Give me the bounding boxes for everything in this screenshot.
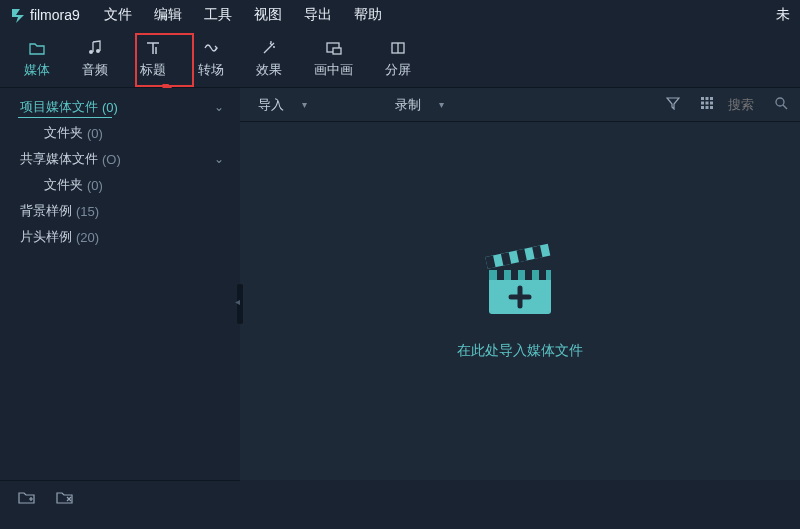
svg-point-1 [96, 49, 100, 53]
search-input[interactable] [728, 97, 768, 112]
svg-rect-10 [701, 102, 704, 105]
tree-count: (O) [102, 152, 121, 167]
app-name: filmora9 [30, 7, 80, 23]
svg-rect-12 [710, 102, 713, 105]
delete-folder-icon[interactable] [56, 489, 74, 509]
main-menu: 文件 编辑 工具 视图 导出 帮助 [104, 6, 382, 24]
svg-point-0 [89, 50, 93, 54]
svg-rect-14 [706, 106, 709, 109]
menu-edit[interactable]: 编辑 [154, 6, 182, 24]
menu-tools[interactable]: 工具 [204, 6, 232, 24]
tab-effect[interactable]: 效果 [240, 33, 298, 85]
chevron-down-icon: ▾ [439, 99, 444, 110]
media-tree: 项目媒体文件 (0) ⌄ 文件夹 (0) 共享媒体文件 (O) ⌄ 文件夹 (0… [0, 88, 240, 480]
menu-help[interactable]: 帮助 [354, 6, 382, 24]
svg-rect-25 [497, 270, 504, 280]
titlebar-right-text: 未 [776, 6, 790, 24]
tab-media[interactable]: 媒体 [8, 33, 66, 85]
folder-icon [28, 39, 46, 57]
tab-splitscreen[interactable]: 分屏 [369, 33, 427, 85]
svg-line-17 [783, 105, 787, 109]
svg-rect-15 [710, 106, 713, 109]
sidebar-footer [0, 480, 240, 516]
chevron-down-icon: ⌄ [214, 152, 224, 166]
music-note-icon [86, 39, 104, 57]
import-dropdown[interactable]: 导入 ▾ [252, 96, 313, 114]
sidebar-resize-handle[interactable] [237, 284, 243, 324]
svg-rect-8 [706, 97, 709, 100]
module-tabbar: 媒体 音频 标题 转场 效果 画中画 分屏 [0, 30, 800, 88]
tree-count: (0) [87, 178, 103, 193]
tree-folder[interactable]: 文件夹 (0) [0, 120, 240, 146]
main-area: 项目媒体文件 (0) ⌄ 文件夹 (0) 共享媒体文件 (O) ⌄ 文件夹 (0… [0, 88, 800, 480]
tab-title[interactable]: 标题 [124, 33, 182, 85]
record-dropdown[interactable]: 录制 ▾ [389, 96, 450, 114]
tree-count: (0) [87, 126, 103, 141]
content-toolbar: 导入 ▾ 录制 ▾ [240, 88, 800, 122]
pip-icon [325, 39, 343, 57]
tab-audio[interactable]: 音频 [66, 33, 124, 85]
chevron-down-icon: ⌄ [214, 100, 224, 114]
menu-export[interactable]: 导出 [304, 6, 332, 24]
tab-pip[interactable]: 画中画 [298, 33, 369, 85]
svg-rect-27 [525, 270, 532, 280]
tab-label: 转场 [198, 61, 224, 79]
tab-transition[interactable]: 转场 [182, 33, 240, 85]
tree-label: 项目媒体文件 [20, 98, 98, 116]
svg-rect-3 [333, 48, 341, 54]
tree-project-media[interactable]: 项目媒体文件 (0) ⌄ [0, 94, 240, 120]
text-icon [144, 39, 162, 57]
search-icon [774, 96, 788, 113]
filter-icon[interactable] [660, 96, 686, 113]
tree-folder[interactable]: 文件夹 (0) [0, 172, 240, 198]
tree-label: 片头样例 [20, 228, 72, 246]
svg-rect-7 [701, 97, 704, 100]
tree-label: 文件夹 [44, 124, 83, 142]
tab-label: 画中画 [314, 61, 353, 79]
content-panel: 导入 ▾ 录制 ▾ [240, 88, 800, 480]
svg-rect-13 [701, 106, 704, 109]
titlebar: filmora9 文件 编辑 工具 视图 导出 帮助 未 [0, 0, 800, 30]
dropdown-label: 导入 [258, 96, 284, 114]
new-folder-icon[interactable] [18, 489, 36, 509]
dropdown-label: 录制 [395, 96, 421, 114]
tab-label: 媒体 [24, 61, 50, 79]
logo-icon [10, 7, 26, 23]
tab-label: 效果 [256, 61, 282, 79]
tab-label: 分屏 [385, 61, 411, 79]
svg-rect-11 [706, 102, 709, 105]
tree-label: 文件夹 [44, 176, 83, 194]
svg-point-16 [776, 98, 784, 106]
tree-background-samples[interactable]: 背景样例 (15) [0, 198, 240, 224]
search-box[interactable] [728, 96, 788, 113]
media-dropzone[interactable]: 在此处导入媒体文件 [240, 122, 800, 480]
menu-file[interactable]: 文件 [104, 6, 132, 24]
clapperboard-icon [475, 242, 565, 322]
tree-label: 共享媒体文件 [20, 150, 98, 168]
tree-count: (0) [102, 100, 118, 115]
grid-view-icon[interactable] [694, 96, 720, 113]
sidebar: 项目媒体文件 (0) ⌄ 文件夹 (0) 共享媒体文件 (O) ⌄ 文件夹 (0… [0, 88, 240, 480]
tree-count: (20) [76, 230, 99, 245]
import-hint-text: 在此处导入媒体文件 [457, 342, 583, 360]
tree-shared-media[interactable]: 共享媒体文件 (O) ⌄ [0, 146, 240, 172]
svg-rect-26 [511, 270, 518, 280]
tree-count: (15) [76, 204, 99, 219]
tab-label: 标题 [140, 61, 166, 79]
menu-view[interactable]: 视图 [254, 6, 282, 24]
wand-icon [260, 39, 278, 57]
chevron-down-icon: ▾ [302, 99, 307, 110]
split-icon [389, 39, 407, 57]
tree-label: 背景样例 [20, 202, 72, 220]
app-logo: filmora9 [10, 7, 80, 23]
transition-icon [202, 39, 220, 57]
tab-label: 音频 [82, 61, 108, 79]
svg-rect-9 [710, 97, 713, 100]
tree-intro-samples[interactable]: 片头样例 (20) [0, 224, 240, 250]
svg-rect-28 [539, 270, 546, 280]
